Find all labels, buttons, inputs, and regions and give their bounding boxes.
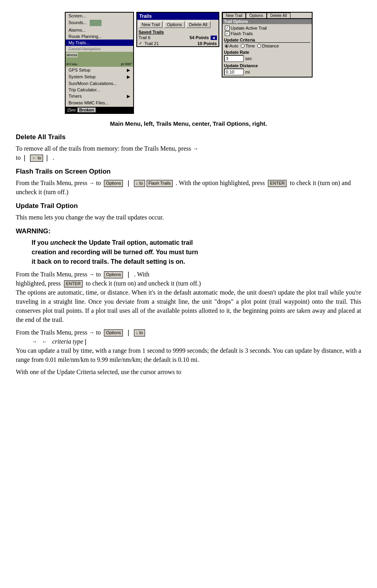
bottom-status-bar: 15mi Broken [66,107,133,113]
trail-row-1[interactable]: Trail 6 54 Points ◄ [137,35,219,40]
menu-trip-calc[interactable]: Trip Calculator... [66,87,133,93]
trail-options-tab-label: Trail Options [222,19,312,24]
body-content: Delete All Trails To remove all of the t… [16,132,361,377]
update-active-trail-label: Update Active Trail [231,26,267,30]
trail-6-arrow: ◄ [211,36,217,40]
trail-21-points: 10 Points [198,41,217,46]
distance-radio-item[interactable]: Distance [257,43,279,48]
trail-21-name: Trail 21 [145,41,196,46]
distance-label: 15mi [67,108,76,112]
time-radio-label: Time [245,43,255,48]
down-arrow-btn-1[interactable]: ↓ to [134,180,145,187]
menu-screen[interactable]: Screen... [66,13,133,19]
pipe-6: | [84,338,88,345]
menu-cancel-nav: Cancel Navigation [66,46,133,52]
auto-radio-circle[interactable] [225,44,229,48]
pipe-4: | [126,270,130,278]
heading-flash-trails: Flash Trails on Screen Option [16,167,361,177]
warning-block: If you uncheck the Update Trail option, … [32,238,361,267]
distance-radio-circle[interactable] [257,44,261,48]
menu-my-trails[interactable]: My Trails... [66,40,133,46]
update-criteria-para: From the Trails Menu, press → to Options… [16,328,361,346]
update-distance-input[interactable] [224,68,244,76]
flash-trails-inline-btn[interactable]: Flash Trails [147,180,173,187]
update-rate-row: sec [224,55,310,62]
menu-system-setup[interactable]: System Setup▶ [66,74,133,80]
update-distance-unit: mi [245,70,250,74]
menu-browse-mmc[interactable]: Browse MMC Files... [66,100,133,106]
tab-delete-all[interactable]: Delete All [267,13,290,18]
heading-delete-all: Delete All Trails [16,132,361,142]
flash-trails-checkbox[interactable]: ✓ [225,31,230,36]
menu-sounds[interactable]: Sounds... [66,19,133,27]
trails-button-row: New Trail Options Delete All [137,20,219,29]
left-arrow-btn-1[interactable]: ← to [30,155,43,162]
options-inline-btn-2[interactable]: Options [104,271,123,278]
update-distance-row: mi [224,68,310,76]
update-criteria-heading: Update Criteria [224,38,310,43]
broken-button[interactable]: Broken [77,107,96,113]
tab-options[interactable]: Options [246,13,266,18]
flash-trails-row[interactable]: ✓ Flash Trails [224,31,310,36]
down-arrow-btn-2[interactable]: ↓ to [134,329,145,337]
saved-trails-label: Saved Trails [137,29,219,35]
screenshot-area: Screen... Sounds... Alarms... Route Plan… [16,12,361,114]
options-button[interactable]: Options [164,21,185,28]
enter-btn-2[interactable]: ENTER [64,280,83,287]
menu-route-planning[interactable]: Route Planning... [66,33,133,40]
pipe-5: | [126,329,130,336]
flash-trails-label: Flash Trails [231,31,253,36]
trail-6-name: Trail 6 [139,35,188,40]
options-inline-btn[interactable]: Options [104,180,123,187]
update-trail-para: This menu lets you change the way the tr… [16,213,361,222]
pipe-2: | [45,154,49,161]
update-active-trail-checkbox[interactable]: ✓ [225,26,230,30]
arrow-right-5: → [32,338,37,345]
cursor-arrows-para: With one of the Update Criteria selected… [16,367,361,376]
update-rate-input[interactable] [224,55,244,62]
delete-all-para: To remove all of the trails from memory:… [16,144,361,162]
distance-radio-label: Distance [262,43,279,48]
update-active-trail-row[interactable]: ✓ Update Active Trail [224,25,310,31]
heading-update-trail: Update Trail Option [16,201,361,211]
trails-panel-title: Trails [137,13,219,20]
flash-trails-para: From the Trails Menu, press → to Options… [16,178,361,197]
options-inline-btn-3[interactable]: Options [104,329,123,337]
arrow-right-4: → [89,329,94,336]
menu-alarms[interactable]: Alarms... [66,27,133,33]
screenshot-caption: Main Menu, left, Trails Menu, center, Tr… [16,120,361,127]
delete-all-button[interactable]: Delete All [186,21,210,28]
menu-timers[interactable]: Timers▶ [66,93,133,100]
trails-menu-panel: Trails New Trail Options Delete All Save… [136,12,219,47]
auto-mode-para: The options are automatic, time, or dist… [16,288,361,325]
time-radio-item[interactable]: Time [241,43,255,48]
trail-21-checkmark: ✓ [139,41,142,46]
tab-new-trail[interactable]: New Trail [222,13,246,18]
auto-radio-label: Auto [230,43,239,48]
arrow-right-1: → [193,146,198,152]
criteria-radio-row: Auto Time Distance [224,43,310,49]
time-range-para: You can update a trail by time, with a r… [16,346,361,364]
update-rate-unit: sec [245,56,252,61]
update-trail-para2: From the Trails Menu, press → to Options… [16,270,361,288]
trail-6-points: 54 Points [190,35,209,40]
new-trail-button[interactable]: New Trail [139,21,163,28]
time-radio-circle[interactable] [241,44,245,48]
pipe-3: | [126,179,130,187]
enter-btn-1[interactable]: ENTER [268,180,287,187]
tab-row: New Trail Options Delete All [222,13,312,19]
criteria-type-label: criteria type [52,338,83,345]
update-rate-heading: Update Rate [224,50,310,55]
menu-sun-moon[interactable]: Sun/Moon Calculations... [66,80,133,87]
arrow-right-2: → [89,180,94,186]
menu-gps-setup[interactable]: GPS Setup▶ [66,67,133,74]
arrow-left-1: ← [42,338,47,345]
arrow-right-3: → [89,271,94,278]
pipe-1: | [23,154,26,161]
criteria-indent-line: → ← criteria type| [32,338,88,345]
main-menu-panel: Screen... Sounds... Alarms... Route Plan… [65,12,134,114]
trail-row-2[interactable]: ✓ Trail 21 10 Points [137,40,219,46]
auto-radio-item[interactable]: Auto [225,43,239,48]
update-distance-heading: Update Distance [224,63,310,68]
warning-heading: WARNING: [16,227,361,236]
